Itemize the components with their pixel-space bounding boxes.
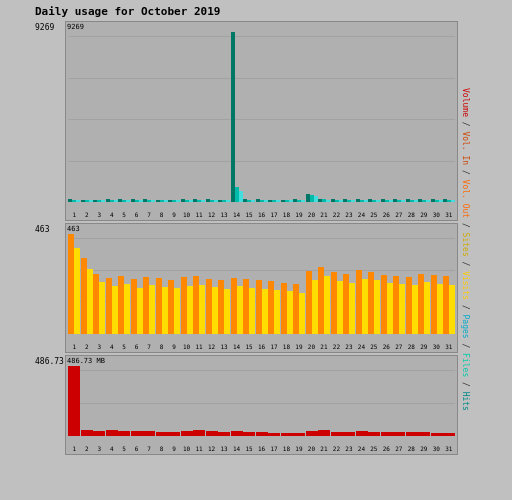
y-max-1: 9269 xyxy=(35,23,54,32)
chart-visits: 463 123456789101112131415161718192021222… xyxy=(65,223,458,353)
y-max-label-1: 9269 xyxy=(67,23,84,31)
chart-hits: 9269 12345678910111213141516171819202122… xyxy=(65,21,458,221)
chart-container: Daily usage for October 2019 9269 463 48… xyxy=(0,0,512,500)
y-max-label-2: 463 xyxy=(67,225,80,233)
y-max-2: 463 xyxy=(35,225,49,234)
chart-title: Daily usage for October 2019 xyxy=(35,5,472,18)
right-axis-label: Volume / Vol. In / Vol. Out / Sites / Vi… xyxy=(458,21,472,478)
chart-volume: 486.73 MB 123456789101112131415161718192… xyxy=(65,355,458,455)
y-max-label-3: 486.73 MB xyxy=(67,357,105,365)
